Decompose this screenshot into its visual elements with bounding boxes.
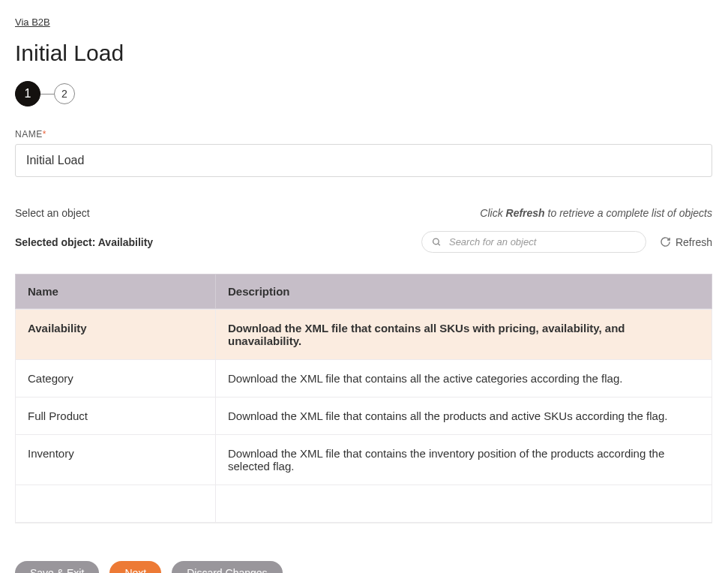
discard-button[interactable]: Discard Changes: [172, 561, 282, 573]
search-input[interactable]: [421, 231, 646, 253]
refresh-button[interactable]: Refresh: [660, 236, 712, 248]
selected-value: Availability: [98, 236, 153, 248]
svg-point-0: [433, 238, 439, 244]
footer-actions: Save & Exit Next Discard Changes: [15, 561, 713, 573]
breadcrumb-link[interactable]: Via B2B: [15, 16, 50, 28]
table-row[interactable]: Full ProductDownload the XML file that c…: [16, 398, 712, 435]
refresh-hint: Click Refresh to retrieve a complete lis…: [480, 207, 712, 219]
hint-bold: Refresh: [506, 207, 545, 219]
refresh-icon: [660, 236, 671, 248]
name-input[interactable]: [15, 144, 712, 177]
save-exit-button[interactable]: Save & Exit: [15, 561, 99, 573]
page-title: Initial Load: [15, 40, 713, 66]
cell-description: Download the XML file that contains all …: [216, 398, 712, 435]
hint-pre: Click: [480, 207, 505, 219]
table-row[interactable]: AvailabilityDownload the XML file that c…: [16, 310, 712, 360]
step-2[interactable]: 2: [54, 83, 75, 104]
table-row[interactable]: [16, 485, 712, 523]
step-connector: [40, 94, 54, 94]
search-wrapper: [421, 231, 646, 253]
select-object-label: Select an object: [15, 207, 90, 219]
cell-description: Download the XML file that contains all …: [216, 360, 712, 398]
cell-description: Download the XML file that contains the …: [216, 435, 712, 485]
cell-name: Inventory: [16, 435, 216, 485]
cell-name: Full Product: [16, 398, 216, 435]
selected-prefix: Selected object:: [15, 236, 98, 248]
name-field-label: NAME*: [15, 129, 713, 140]
wizard-stepper: 1 2: [15, 81, 713, 106]
hint-post: to retrieve a complete list of objects: [545, 207, 712, 219]
col-header-description: Description: [216, 274, 712, 309]
cell-name: Availability: [16, 310, 216, 360]
refresh-label: Refresh: [676, 236, 712, 248]
object-table-wrap: Name Description AvailabilityDownload th…: [15, 274, 712, 524]
table-row[interactable]: CategoryDownload the XML file that conta…: [16, 360, 712, 398]
svg-line-1: [438, 243, 440, 245]
cell-name: Category: [16, 360, 216, 398]
search-icon: [432, 237, 442, 247]
next-button[interactable]: Next: [109, 561, 161, 573]
step-1[interactable]: 1: [15, 81, 40, 106]
table-row[interactable]: InventoryDownload the XML file that cont…: [16, 435, 712, 485]
col-header-name: Name: [16, 274, 216, 309]
name-label-text: NAME: [15, 129, 43, 140]
required-star: *: [43, 129, 46, 140]
selected-object-label: Selected object: Availability: [15, 236, 153, 248]
object-table: Name Description: [15, 274, 712, 309]
cell-description: Download the XML file that contains all …: [216, 310, 712, 360]
table-scroll[interactable]: AvailabilityDownload the XML file that c…: [15, 309, 712, 524]
